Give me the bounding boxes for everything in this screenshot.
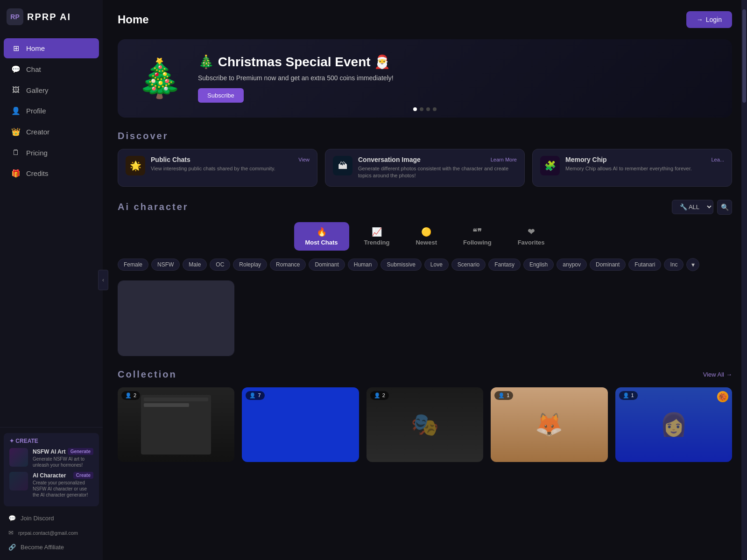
sidebar-label-profile: Profile xyxy=(26,107,46,115)
tag-dominant[interactable]: Dominant xyxy=(309,259,345,271)
tag-female[interactable]: Female xyxy=(118,259,148,271)
banner-subscribe-button[interactable]: Subscribe xyxy=(198,88,244,103)
tag-male[interactable]: Male xyxy=(183,259,207,271)
logo-area[interactable]: RP RPRP AI xyxy=(0,0,103,34)
tag-submissive[interactable]: Submissive xyxy=(381,259,421,271)
ai-char-create-btn[interactable]: Create xyxy=(73,472,93,479)
tags-row: Female NSFW Male OC Roleplay Romance Dom… xyxy=(118,258,732,271)
person-icon-5: 👤 xyxy=(623,392,629,399)
sidebar-item-credits[interactable]: 🎁 Credits xyxy=(4,163,99,183)
public-chats-header: Public Chats View xyxy=(151,156,310,163)
tag-inc[interactable]: Inc xyxy=(664,259,684,271)
discover-card-memory-chip[interactable]: 🧩 Memory Chip Lea... Memory Chip allows … xyxy=(532,149,732,187)
tab-most-chats[interactable]: 🔥 Most Chats xyxy=(294,222,349,251)
sidebar-item-chat[interactable]: 💬 Chat xyxy=(4,59,99,79)
tag-futanari[interactable]: Futanari xyxy=(628,259,661,271)
following-icon: ❝❞ xyxy=(472,227,482,237)
sidebar: RP RPRP AI ⊞ Home 💬 Chat 🖼 Gallery 👤 Pro… xyxy=(0,0,103,560)
tag-anypov[interactable]: anypov xyxy=(557,259,587,271)
sidebar-label-pricing: Pricing xyxy=(26,149,48,157)
banner-dot-2[interactable] xyxy=(420,107,423,111)
create-card-nsfw[interactable]: NSFW AI Art Generate Generate NSFW AI ar… xyxy=(9,448,93,468)
ai-section-header: Ai character 🔧 ALL 🔍 xyxy=(118,200,732,215)
ai-char-content: AI Character Create Create your personal… xyxy=(33,472,93,498)
scrollbar-thumb[interactable] xyxy=(742,9,746,103)
conversation-image-header: Conversation Image Learn More xyxy=(358,156,517,163)
sidebar-collapse-button[interactable]: ‹ xyxy=(98,270,108,290)
tab-following[interactable]: ❝❞ Following xyxy=(452,222,503,251)
collection-card-3[interactable]: 🎭 👤 2 xyxy=(366,387,483,462)
banner-tree-emoji: 🎄 xyxy=(136,56,183,100)
sidebar-item-gallery[interactable]: 🖼 Gallery xyxy=(4,80,99,100)
search-button[interactable]: 🔍 xyxy=(717,200,732,215)
login-button[interactable]: → Login xyxy=(686,11,732,28)
character-card-1-img xyxy=(118,281,234,356)
banner-dot-3[interactable] xyxy=(426,107,430,111)
tab-trending[interactable]: 📈 Trending xyxy=(353,222,401,251)
contact-link[interactable]: ✉ rprpai.contact@gmail.com xyxy=(4,525,99,540)
nsfw-art-desc: Generate NSFW AI art to unleash your hor… xyxy=(33,456,93,468)
collection-badge-4: 👤 1 xyxy=(494,391,513,400)
collection-card-5[interactable]: 👩 👤 1 🏀 xyxy=(615,387,732,462)
public-chats-link[interactable]: View xyxy=(298,157,310,162)
tag-nsfw[interactable]: NSFW xyxy=(151,259,180,271)
create-card-character[interactable]: AI Character Create Create your personal… xyxy=(9,472,93,498)
tab-favorites[interactable]: ❤ Favorites xyxy=(507,222,556,251)
tab-newest[interactable]: 🟡 Newest xyxy=(404,222,448,251)
sidebar-item-creator[interactable]: 👑 Creator xyxy=(4,122,99,142)
filter-dropdown[interactable]: 🔧 ALL xyxy=(672,200,713,214)
create-header: ✦ CREATE xyxy=(9,438,93,444)
collection-section: Collection View All → 👤 2 xyxy=(118,369,732,462)
discover-card-conversation-image[interactable]: 🏔 Conversation Image Learn More Generate… xyxy=(325,149,525,187)
sidebar-bottom: ✦ CREATE NSFW AI Art Generate Generate N… xyxy=(0,427,103,560)
tag-english[interactable]: English xyxy=(523,259,554,271)
affiliate-link[interactable]: 🔗 Become Affiliate xyxy=(4,540,99,554)
sidebar-item-pricing[interactable]: 🗒 Pricing xyxy=(4,143,99,162)
gallery-icon: 🖼 xyxy=(11,86,21,94)
tag-love[interactable]: Love xyxy=(424,259,449,271)
collection-card-4[interactable]: 🦊 👤 1 xyxy=(491,387,607,462)
sidebar-item-home[interactable]: ⊞ Home xyxy=(4,38,99,58)
join-discord-link[interactable]: 💬 Join Discord xyxy=(4,511,99,525)
app-name: RPRP AI xyxy=(27,12,71,22)
sidebar-label-home: Home xyxy=(26,44,45,52)
pricing-icon: 🗒 xyxy=(11,148,21,157)
memory-chip-name: Memory Chip xyxy=(565,156,607,163)
person-icon-2: 👤 xyxy=(249,392,256,399)
top-bar: Home → Login xyxy=(118,11,732,28)
memory-chip-link[interactable]: Lea... xyxy=(711,157,724,162)
person-icon-4: 👤 xyxy=(498,392,505,399)
discover-grid: 🌟 Public Chats View View interesting pub… xyxy=(118,149,732,187)
tag-scenario[interactable]: Scenario xyxy=(451,259,486,271)
scrollbar[interactable] xyxy=(741,0,747,560)
tag-romance[interactable]: Romance xyxy=(270,259,306,271)
character-card-1[interactable] xyxy=(118,280,234,356)
memory-chip-header: Memory Chip Lea... xyxy=(565,156,724,163)
banner-dot-1[interactable] xyxy=(413,107,417,111)
nsfw-generate-btn[interactable]: Generate xyxy=(68,448,93,455)
tag-roleplay[interactable]: Roleplay xyxy=(233,259,267,271)
character-grid xyxy=(118,280,732,356)
tag-dominant2[interactable]: Dominant xyxy=(590,259,626,271)
nav-items: ⊞ Home 💬 Chat 🖼 Gallery 👤 Profile 👑 Crea… xyxy=(0,34,103,427)
tag-human[interactable]: Human xyxy=(348,259,378,271)
banner-dot-4[interactable] xyxy=(433,107,437,111)
tag-oc[interactable]: OC xyxy=(210,259,230,271)
affiliate-icon: 🔗 xyxy=(8,544,16,551)
ai-char-title: AI Character Create xyxy=(33,472,93,479)
create-section: ✦ CREATE NSFW AI Art Generate Generate N… xyxy=(4,433,99,506)
collection-badge-5: 👤 1 xyxy=(619,391,638,400)
trending-icon: 📈 xyxy=(372,227,382,237)
sidebar-item-profile[interactable]: 👤 Profile xyxy=(4,101,99,121)
collection-card-1[interactable]: 👤 2 xyxy=(118,387,234,462)
favorites-icon: ❤ xyxy=(528,227,535,237)
collection-card-2[interactable]: 👤 7 xyxy=(242,387,359,462)
tag-more-button[interactable]: ▾ xyxy=(686,258,699,271)
banner-subtitle: Subscribe to Premium now and get an extr… xyxy=(198,74,713,82)
discover-card-public-chats[interactable]: 🌟 Public Chats View View interesting pub… xyxy=(118,149,317,187)
memory-chip-desc: Memory Chip allows AI to remember everyt… xyxy=(565,165,724,172)
view-all-link[interactable]: View All → xyxy=(703,371,732,378)
view-all-arrow-icon: → xyxy=(726,371,732,378)
conversation-image-link[interactable]: Learn More xyxy=(491,157,517,162)
tag-fantasy[interactable]: Fantasy xyxy=(488,259,521,271)
